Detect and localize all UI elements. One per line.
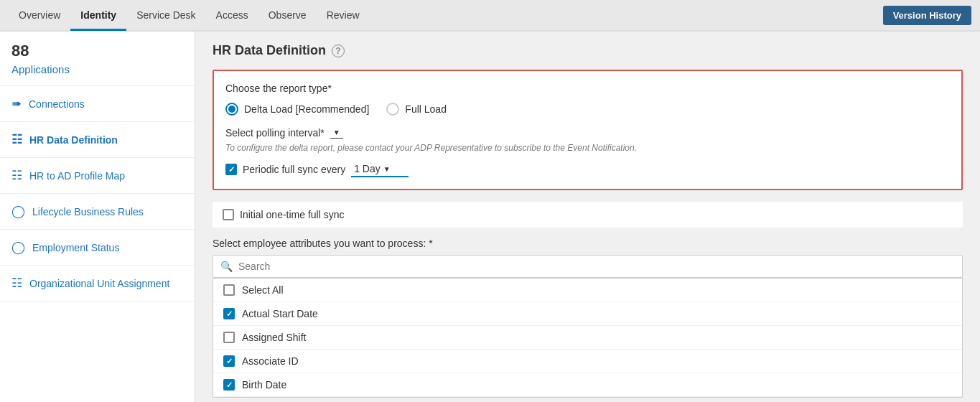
sidebar-employment-section: ◯ Employment Status [0, 230, 195, 266]
attribute-checkbox-checked[interactable] [223, 355, 235, 367]
sidebar: 88 Applications ➠ Connections ☷ HR Data … [0, 32, 195, 402]
sidebar-hr-section: ☷ HR Data Definition [0, 122, 195, 158]
connections-icon: ➠ [11, 96, 22, 111]
page-layout: 88 Applications ➠ Connections ☷ HR Data … [0, 32, 980, 402]
periodic-sync-checkbox[interactable] [225, 164, 237, 175]
attribute-label: Assigned Shift [242, 332, 307, 343]
nav-review[interactable]: Review [317, 0, 370, 31]
hr-data-icon: ☷ [11, 132, 22, 147]
initial-sync-label: Initial one-time full sync [240, 209, 345, 220]
search-input[interactable] [238, 261, 955, 272]
sidebar-lifecycle-section: ◯ Lifecycle Business Rules [0, 194, 195, 230]
attribute-row[interactable]: Birth Date [213, 373, 962, 397]
help-icon[interactable]: ? [332, 45, 345, 57]
attribute-row[interactable]: Select All [213, 279, 962, 302]
hr-ad-icon: ☷ [11, 168, 22, 183]
attribute-label: Associate ID [242, 355, 299, 367]
initial-sync-checkbox[interactable] [223, 209, 234, 220]
app-count: 88 [0, 32, 195, 63]
one-time-sync-row: Initial one-time full sync [213, 202, 963, 228]
day-select[interactable]: 1 Day ▼ [351, 162, 409, 177]
day-value: 1 Day [354, 163, 381, 174]
nav-service-desk[interactable]: Service Desk [126, 0, 205, 31]
page-title: HR Data Definition ? [213, 43, 963, 58]
top-nav: Overview Identity Service Desk Access Ob… [0, 0, 980, 32]
version-history-button[interactable]: Version History [883, 6, 971, 25]
main-content: HR Data Definition ? Choose the report t… [195, 32, 980, 402]
nav-identity[interactable]: Identity [70, 0, 126, 31]
polling-hint: To configure the delta report, please co… [225, 143, 950, 153]
delta-load-radio[interactable] [225, 103, 238, 116]
delta-load-option[interactable]: Delta Load [Recommended] [225, 103, 369, 116]
sidebar-item-lifecycle[interactable]: ◯ Lifecycle Business Rules [0, 194, 195, 229]
report-type-section: Choose the report type* Delta Load [Reco… [213, 70, 963, 190]
sidebar-applications-section: 88 Applications [0, 32, 195, 86]
attribute-checkbox-empty[interactable] [223, 284, 235, 296]
polling-row: Select polling interval* ▼ [225, 127, 950, 139]
attribute-checkbox-checked[interactable] [223, 308, 235, 319]
report-type-label: Choose the report type* [225, 83, 950, 94]
day-chevron-icon: ▼ [383, 165, 391, 173]
sidebar-connections-section: ➠ Connections [0, 86, 195, 122]
attribute-label: Birth Date [242, 379, 286, 391]
search-box: 🔍 [213, 255, 963, 278]
lifecycle-icon: ◯ [11, 204, 25, 219]
sidebar-item-hr-to-ad[interactable]: ☷ HR to AD Profile Map [0, 158, 195, 193]
sidebar-item-org-unit[interactable]: ☷ Organizational Unit Assignment [0, 266, 195, 301]
sidebar-hr-ad-section: ☷ HR to AD Profile Map [0, 158, 195, 194]
attributes-label: Select employee attributes you want to p… [213, 238, 963, 249]
attribute-row[interactable]: Assigned Shift [213, 326, 962, 350]
full-load-radio[interactable] [386, 103, 399, 116]
full-load-option[interactable]: Full Load [386, 103, 447, 116]
delta-load-label: Delta Load [Recommended] [244, 103, 369, 115]
nav-overview[interactable]: Overview [9, 0, 70, 31]
nav-observe[interactable]: Observe [258, 0, 317, 31]
sidebar-item-hr-data-definition[interactable]: ☷ HR Data Definition [0, 122, 195, 157]
sidebar-org-unit-section: ☷ Organizational Unit Assignment [0, 266, 195, 302]
nav-access[interactable]: Access [206, 0, 258, 31]
sidebar-item-connections[interactable]: ➠ Connections [0, 86, 195, 121]
sidebar-item-applications[interactable]: Applications [0, 63, 195, 85]
periodic-sync-row: Periodic full sync every 1 Day ▼ [225, 162, 950, 177]
search-icon: 🔍 [220, 261, 233, 272]
full-load-label: Full Load [405, 103, 447, 115]
polling-interval-label: Select polling interval* [225, 127, 325, 139]
org-unit-icon: ☷ [11, 276, 22, 291]
attribute-label: Select All [242, 284, 284, 296]
periodic-sync-label: Periodic full sync every [243, 164, 345, 175]
attribute-list: Select AllActual Start DateAssigned Shif… [213, 278, 963, 398]
attribute-checkbox-empty[interactable] [223, 332, 235, 343]
attribute-row[interactable]: Actual Start Date [213, 302, 962, 326]
attribute-row[interactable]: Associate ID [213, 350, 962, 373]
chevron-down-icon: ▼ [333, 128, 340, 136]
radio-row: Delta Load [Recommended] Full Load [225, 103, 950, 116]
polling-select[interactable]: ▼ [330, 127, 343, 139]
delta-load-radio-inner [228, 106, 235, 113]
sidebar-item-employment-status[interactable]: ◯ Employment Status [0, 230, 195, 265]
attribute-label: Actual Start Date [242, 308, 318, 319]
employment-icon: ◯ [11, 240, 25, 255]
attribute-checkbox-checked[interactable] [223, 379, 235, 391]
